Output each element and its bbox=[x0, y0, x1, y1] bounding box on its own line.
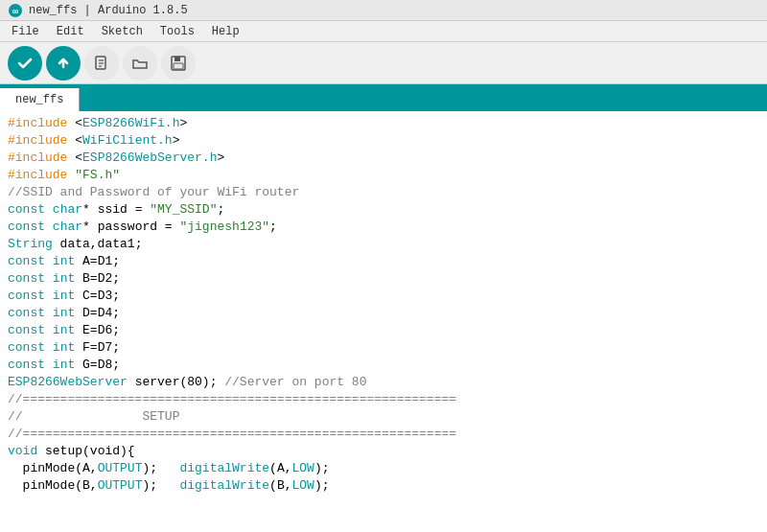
code-line: pinMode(B,OUTPUT); digitalWrite(B,LOW); bbox=[0, 477, 767, 495]
code-line: const int G=D8; bbox=[0, 357, 767, 374]
code-line: const int B=D2; bbox=[0, 270, 767, 288]
new-button[interactable] bbox=[84, 46, 119, 81]
menu-tools[interactable]: Tools bbox=[152, 23, 202, 40]
code-line: String data,data1; bbox=[0, 236, 767, 253]
code-line: //======================================… bbox=[0, 391, 767, 408]
tab-bar: new_ffs bbox=[0, 84, 767, 111]
menu-edit[interactable]: Edit bbox=[49, 23, 92, 40]
code-line: #include "FS.h" bbox=[0, 167, 767, 184]
code-line: const char* ssid = "MY_SSID"; bbox=[0, 201, 767, 219]
arduino-icon: ∞ bbox=[8, 3, 23, 18]
menu-help[interactable]: Help bbox=[204, 23, 247, 40]
menu-file[interactable]: File bbox=[4, 23, 47, 40]
tab-new-ffs[interactable]: new_ffs bbox=[0, 88, 80, 111]
save-button[interactable] bbox=[161, 46, 196, 81]
toolbar bbox=[0, 42, 767, 84]
tab-label: new_ffs bbox=[15, 93, 63, 106]
code-line: pinMode(A,OUTPUT); digitalWrite(A,LOW); bbox=[0, 460, 767, 477]
code-line: #include <ESP8266WebServer.h> bbox=[0, 150, 767, 167]
code-line: const int C=D3; bbox=[0, 288, 767, 305]
upload-button[interactable] bbox=[46, 46, 81, 81]
menu-bar: File Edit Sketch Tools Help bbox=[0, 21, 767, 42]
window-title: new_ffs | Arduino 1.8.5 bbox=[29, 4, 188, 17]
code-line: const int E=D6; bbox=[0, 322, 767, 339]
verify-button[interactable] bbox=[8, 46, 42, 81]
code-line: const int A=D1; bbox=[0, 253, 767, 270]
menu-sketch[interactable]: Sketch bbox=[94, 23, 151, 40]
code-line: // SETUP bbox=[0, 408, 767, 426]
code-line: const char* password = "jignesh123"; bbox=[0, 219, 767, 236]
code-line: ESP8266WebServer server(80); //Server on… bbox=[0, 374, 767, 391]
code-line: const int D=D4; bbox=[0, 305, 767, 322]
code-line: #include <ESP8266WiFi.h> bbox=[0, 115, 767, 132]
svg-rect-9 bbox=[174, 63, 183, 69]
code-line: //SSID and Password of your WiFi router bbox=[0, 184, 767, 201]
open-button[interactable] bbox=[123, 46, 157, 81]
title-bar: ∞ new_ffs | Arduino 1.8.5 bbox=[0, 0, 767, 21]
code-line: #include <WiFiClient.h> bbox=[0, 132, 767, 150]
code-editor[interactable]: #include <ESP8266WiFi.h> #include <WiFiC… bbox=[0, 111, 767, 532]
code-line: //======================================… bbox=[0, 426, 767, 443]
code-line: void setup(void){ bbox=[0, 443, 767, 460]
svg-rect-8 bbox=[174, 57, 180, 61]
svg-text:∞: ∞ bbox=[12, 7, 18, 17]
code-line: const int F=D7; bbox=[0, 339, 767, 357]
